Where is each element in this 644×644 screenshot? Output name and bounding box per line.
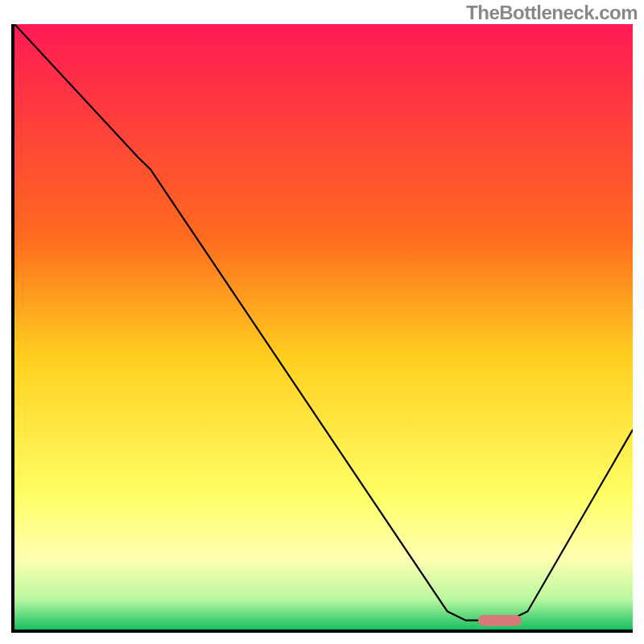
- gradient-rect: [14, 24, 633, 630]
- plot-svg: [14, 24, 633, 630]
- plot-area: [11, 24, 633, 633]
- chart-frame: TheBottleneck.com: [0, 0, 644, 644]
- watermark-text: TheBottleneck.com: [466, 2, 638, 24]
- optimal-range-marker: [478, 615, 522, 626]
